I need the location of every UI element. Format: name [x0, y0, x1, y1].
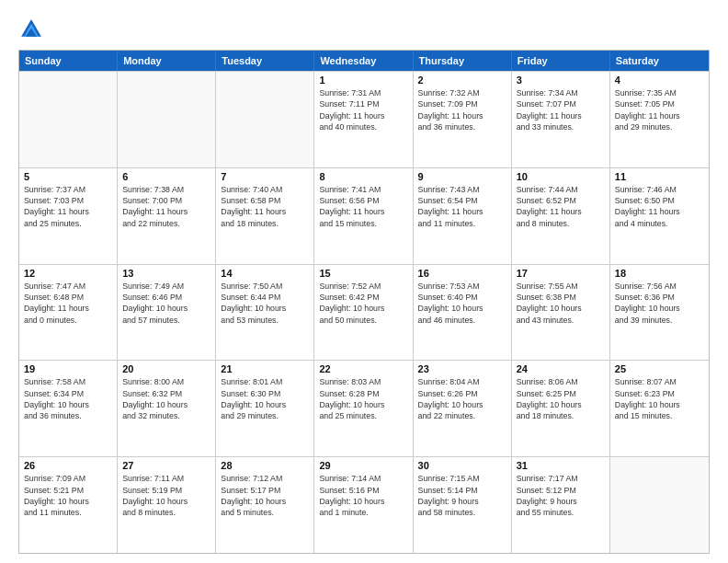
- day-detail: Sunrise: 7:47 AM Sunset: 6:48 PM Dayligh…: [24, 281, 112, 326]
- day-number: 22: [319, 363, 407, 374]
- header: [18, 17, 710, 42]
- day-detail: Sunrise: 7:44 AM Sunset: 6:52 PM Dayligh…: [517, 184, 605, 229]
- day-detail: Sunrise: 8:06 AM Sunset: 6:25 PM Dayligh…: [517, 376, 605, 421]
- day-number: 15: [319, 268, 407, 279]
- cal-cell-week4-day7: 25Sunrise: 8:07 AM Sunset: 6:23 PM Dayli…: [610, 361, 709, 456]
- day-number: 31: [517, 460, 605, 471]
- day-detail: Sunrise: 7:37 AM Sunset: 7:03 PM Dayligh…: [24, 184, 112, 229]
- day-number: 19: [24, 363, 112, 374]
- cal-cell-week1-day5: 2Sunrise: 7:32 AM Sunset: 7:09 PM Daylig…: [414, 72, 512, 167]
- day-number: 10: [517, 171, 605, 182]
- day-number: 20: [122, 363, 210, 374]
- cal-cell-week3-day6: 17Sunrise: 7:55 AM Sunset: 6:38 PM Dayli…: [512, 265, 610, 361]
- cal-cell-week3-day1: 12Sunrise: 7:47 AM Sunset: 6:48 PM Dayli…: [19, 265, 118, 361]
- calendar-week-3: 12Sunrise: 7:47 AM Sunset: 6:48 PM Dayli…: [19, 264, 709, 361]
- cal-cell-week1-day7: 4Sunrise: 7:35 AM Sunset: 7:05 PM Daylig…: [610, 72, 709, 167]
- cal-cell-week2-day7: 11Sunrise: 7:46 AM Sunset: 6:50 PM Dayli…: [610, 168, 709, 264]
- day-detail: Sunrise: 7:53 AM Sunset: 6:40 PM Dayligh…: [418, 281, 506, 326]
- day-number: 16: [418, 268, 506, 279]
- day-number: 2: [418, 75, 506, 86]
- day-detail: Sunrise: 7:43 AM Sunset: 6:54 PM Dayligh…: [418, 184, 506, 229]
- day-detail: Sunrise: 7:56 AM Sunset: 6:36 PM Dayligh…: [615, 281, 704, 326]
- cal-cell-week2-day1: 5Sunrise: 7:37 AM Sunset: 7:03 PM Daylig…: [19, 168, 118, 264]
- day-number: 3: [517, 75, 605, 86]
- day-detail: Sunrise: 7:31 AM Sunset: 7:11 PM Dayligh…: [319, 87, 407, 132]
- logo: [18, 17, 48, 42]
- cal-cell-week1-day4: 1Sunrise: 7:31 AM Sunset: 7:11 PM Daylig…: [314, 72, 413, 167]
- day-detail: Sunrise: 8:03 AM Sunset: 6:28 PM Dayligh…: [319, 376, 407, 421]
- cal-header-saturday: Saturday: [610, 51, 709, 71]
- cal-header-monday: Monday: [118, 51, 216, 71]
- cal-cell-week1-day1: [19, 72, 118, 167]
- day-number: 6: [122, 171, 210, 182]
- cal-header-wednesday: Wednesday: [314, 51, 413, 71]
- day-number: 4: [615, 75, 704, 86]
- day-detail: Sunrise: 7:35 AM Sunset: 7:05 PM Dayligh…: [615, 87, 704, 132]
- day-detail: Sunrise: 7:58 AM Sunset: 6:34 PM Dayligh…: [24, 376, 112, 421]
- day-number: 25: [615, 363, 704, 374]
- calendar-week-1: 1Sunrise: 7:31 AM Sunset: 7:11 PM Daylig…: [19, 71, 709, 167]
- day-detail: Sunrise: 7:55 AM Sunset: 6:38 PM Dayligh…: [517, 281, 605, 326]
- cal-cell-week3-day3: 14Sunrise: 7:50 AM Sunset: 6:44 PM Dayli…: [216, 265, 314, 361]
- cal-cell-week5-day1: 26Sunrise: 7:09 AM Sunset: 5:21 PM Dayli…: [19, 457, 118, 553]
- cal-header-thursday: Thursday: [414, 51, 512, 71]
- cal-cell-week4-day6: 24Sunrise: 8:06 AM Sunset: 6:25 PM Dayli…: [512, 361, 610, 456]
- calendar-week-2: 5Sunrise: 7:37 AM Sunset: 7:03 PM Daylig…: [19, 167, 709, 264]
- cal-cell-week4-day3: 21Sunrise: 8:01 AM Sunset: 6:30 PM Dayli…: [216, 361, 314, 456]
- day-number: 24: [517, 363, 605, 374]
- day-detail: Sunrise: 7:34 AM Sunset: 7:07 PM Dayligh…: [517, 87, 605, 132]
- day-detail: Sunrise: 7:41 AM Sunset: 6:56 PM Dayligh…: [319, 184, 407, 229]
- day-number: 12: [24, 268, 112, 279]
- day-number: 23: [418, 363, 506, 374]
- day-detail: Sunrise: 8:04 AM Sunset: 6:26 PM Dayligh…: [418, 376, 506, 421]
- calendar-body: 1Sunrise: 7:31 AM Sunset: 7:11 PM Daylig…: [19, 71, 709, 553]
- day-detail: Sunrise: 8:07 AM Sunset: 6:23 PM Dayligh…: [615, 376, 704, 421]
- day-detail: Sunrise: 8:01 AM Sunset: 6:30 PM Dayligh…: [221, 376, 309, 421]
- calendar-header-row: SundayMondayTuesdayWednesdayThursdayFrid…: [19, 51, 709, 71]
- cal-cell-week3-day7: 18Sunrise: 7:56 AM Sunset: 6:36 PM Dayli…: [610, 265, 709, 361]
- cal-cell-week1-day3: [216, 72, 314, 167]
- day-number: 9: [418, 171, 506, 182]
- cal-cell-week4-day2: 20Sunrise: 8:00 AM Sunset: 6:32 PM Dayli…: [118, 361, 216, 456]
- day-number: 21: [221, 363, 309, 374]
- day-detail: Sunrise: 7:15 AM Sunset: 5:14 PM Dayligh…: [418, 473, 506, 518]
- day-number: 28: [221, 460, 309, 471]
- day-detail: Sunrise: 7:49 AM Sunset: 6:46 PM Dayligh…: [122, 281, 210, 326]
- day-detail: Sunrise: 7:11 AM Sunset: 5:19 PM Dayligh…: [122, 473, 210, 518]
- day-number: 29: [319, 460, 407, 471]
- day-detail: Sunrise: 7:17 AM Sunset: 5:12 PM Dayligh…: [517, 473, 605, 518]
- cal-header-tuesday: Tuesday: [216, 51, 314, 71]
- cal-header-friday: Friday: [512, 51, 610, 71]
- day-detail: Sunrise: 7:09 AM Sunset: 5:21 PM Dayligh…: [24, 473, 112, 518]
- day-detail: Sunrise: 7:12 AM Sunset: 5:17 PM Dayligh…: [221, 473, 309, 518]
- cal-cell-week5-day4: 29Sunrise: 7:14 AM Sunset: 5:16 PM Dayli…: [314, 457, 413, 553]
- cal-cell-week1-day2: [118, 72, 216, 167]
- day-number: 26: [24, 460, 112, 471]
- day-number: 14: [221, 268, 309, 279]
- day-detail: Sunrise: 7:52 AM Sunset: 6:42 PM Dayligh…: [319, 281, 407, 326]
- day-number: 30: [418, 460, 506, 471]
- cal-cell-week5-day3: 28Sunrise: 7:12 AM Sunset: 5:17 PM Dayli…: [216, 457, 314, 553]
- cal-cell-week3-day2: 13Sunrise: 7:49 AM Sunset: 6:46 PM Dayli…: [118, 265, 216, 361]
- cal-cell-week1-day6: 3Sunrise: 7:34 AM Sunset: 7:07 PM Daylig…: [512, 72, 610, 167]
- day-number: 18: [615, 268, 704, 279]
- day-number: 27: [122, 460, 210, 471]
- day-detail: Sunrise: 7:38 AM Sunset: 7:00 PM Dayligh…: [122, 184, 210, 229]
- day-detail: Sunrise: 8:00 AM Sunset: 6:32 PM Dayligh…: [122, 376, 210, 421]
- cal-cell-week2-day2: 6Sunrise: 7:38 AM Sunset: 7:00 PM Daylig…: [118, 168, 216, 264]
- cal-cell-week2-day4: 8Sunrise: 7:41 AM Sunset: 6:56 PM Daylig…: [314, 168, 413, 264]
- cal-cell-week5-day6: 31Sunrise: 7:17 AM Sunset: 5:12 PM Dayli…: [512, 457, 610, 553]
- day-detail: Sunrise: 7:40 AM Sunset: 6:58 PM Dayligh…: [221, 184, 309, 229]
- day-detail: Sunrise: 7:14 AM Sunset: 5:16 PM Dayligh…: [319, 473, 407, 518]
- cal-cell-week4-day5: 23Sunrise: 8:04 AM Sunset: 6:26 PM Dayli…: [414, 361, 512, 456]
- day-number: 7: [221, 171, 309, 182]
- cal-header-sunday: Sunday: [19, 51, 118, 71]
- day-number: 8: [319, 171, 407, 182]
- cal-cell-week4-day4: 22Sunrise: 8:03 AM Sunset: 6:28 PM Dayli…: [314, 361, 413, 456]
- day-number: 1: [319, 75, 407, 86]
- day-detail: Sunrise: 7:46 AM Sunset: 6:50 PM Dayligh…: [615, 184, 704, 229]
- page: SundayMondayTuesdayWednesdayThursdayFrid…: [0, 0, 728, 563]
- day-detail: Sunrise: 7:32 AM Sunset: 7:09 PM Dayligh…: [418, 87, 506, 132]
- cal-cell-week2-day6: 10Sunrise: 7:44 AM Sunset: 6:52 PM Dayli…: [512, 168, 610, 264]
- day-number: 13: [122, 268, 210, 279]
